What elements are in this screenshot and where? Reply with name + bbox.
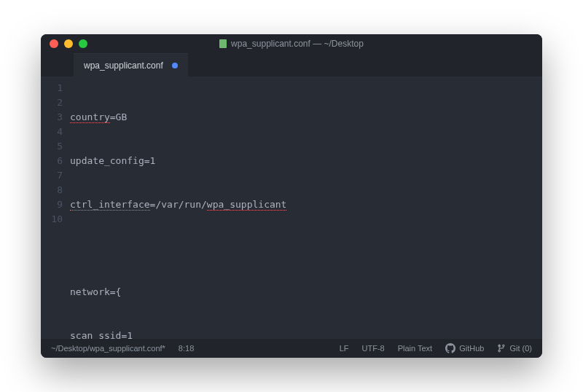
line-number: 4	[41, 125, 70, 139]
minimize-window-button[interactable]	[64, 39, 73, 48]
status-line-ending[interactable]: LF	[340, 344, 349, 353]
line-number: 6	[41, 154, 70, 168]
code-line: network={	[70, 285, 542, 299]
status-encoding[interactable]: UTF-8	[362, 344, 385, 353]
editor-window: wpa_supplicant.conf — ~/Desktop wpa_supp…	[41, 34, 542, 358]
status-grammar[interactable]: Plain Text	[398, 344, 433, 353]
code-line	[70, 241, 542, 256]
status-github[interactable]: GitHub	[445, 343, 484, 353]
line-number: 1	[41, 81, 70, 95]
status-git[interactable]: Git (0)	[497, 343, 532, 353]
code-line: country=GB	[70, 110, 542, 125]
code-line: ctrl_interface=/var/run/wpa_supplicant	[70, 197, 542, 212]
line-number: 2	[41, 95, 70, 110]
status-right: LF UTF-8 Plain Text GitHub Git (0)	[340, 343, 532, 353]
line-number: 5	[41, 139, 70, 154]
titlebar[interactable]: wpa_supplicant.conf — ~/Desktop	[41, 34, 542, 53]
line-number: 3	[41, 110, 70, 125]
traffic-lights	[41, 39, 87, 48]
editor-area: 1 2 3 4 5 6 7 8 9 10 country=GB update_c…	[41, 77, 542, 339]
modified-indicator-icon	[172, 63, 178, 68]
line-number: 8	[41, 183, 70, 197]
line-number: 7	[41, 168, 70, 183]
status-left: ~/Desktop/wpa_supplicant.conf* 8:18	[51, 344, 194, 353]
code-line: update_config=1	[70, 154, 542, 168]
github-icon	[445, 343, 455, 353]
close-window-button[interactable]	[50, 39, 58, 48]
status-file-path[interactable]: ~/Desktop/wpa_supplicant.conf*	[51, 344, 165, 353]
code-line: scan_ssid=1	[70, 329, 542, 339]
window-title-text: wpa_supplicant.conf — ~/Desktop	[231, 39, 364, 49]
git-branch-icon	[497, 343, 506, 353]
code-content[interactable]: country=GB update_config=1 ctrl_interfac…	[70, 77, 542, 339]
tab-active[interactable]: wpa_supplicant.conf	[74, 53, 188, 77]
tab-label: wpa_supplicant.conf	[84, 60, 163, 71]
line-number: 9	[41, 197, 70, 212]
line-number: 10	[41, 212, 70, 227]
status-cursor-position[interactable]: 8:18	[179, 344, 194, 353]
file-icon	[219, 39, 227, 48]
status-git-label: Git (0)	[509, 344, 532, 353]
tabbar: wpa_supplicant.conf	[41, 53, 542, 77]
maximize-window-button[interactable]	[79, 39, 87, 48]
status-github-label: GitHub	[459, 344, 484, 353]
line-number-gutter[interactable]: 1 2 3 4 5 6 7 8 9 10	[41, 77, 70, 339]
window-title: wpa_supplicant.conf — ~/Desktop	[41, 39, 542, 49]
statusbar: ~/Desktop/wpa_supplicant.conf* 8:18 LF U…	[41, 339, 542, 358]
